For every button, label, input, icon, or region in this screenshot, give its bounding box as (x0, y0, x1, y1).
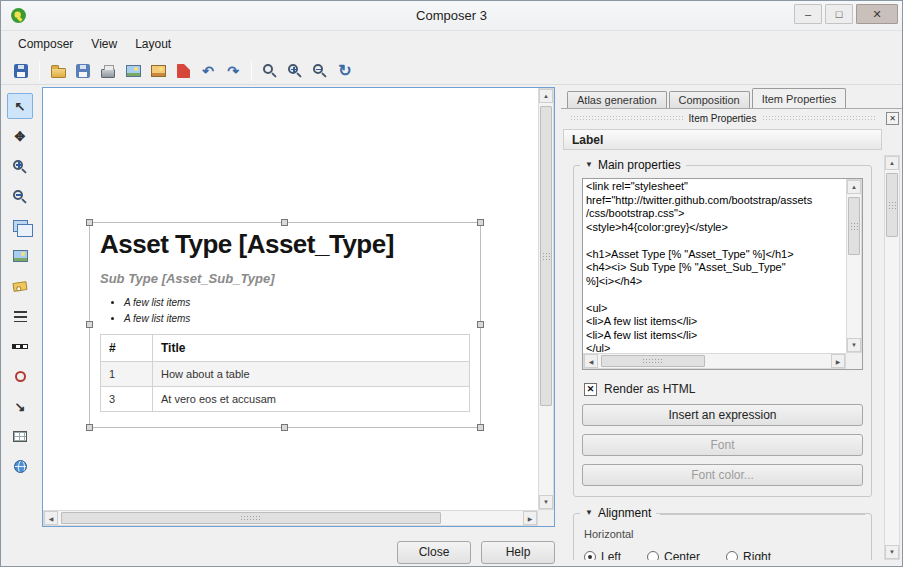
scroll-left-button[interactable]: ◀ (44, 511, 58, 525)
selection-handle[interactable] (86, 321, 93, 328)
radio-left[interactable]: Left (584, 550, 621, 560)
scrollbar-thumb[interactable] (886, 173, 898, 237)
undo-icon: ↶ (202, 64, 214, 78)
tab-atlas-generation[interactable]: Atlas generation (567, 91, 667, 108)
label-table: # Title 1 How about a table 3 At v (100, 334, 470, 412)
insert-expression-button[interactable]: Insert an expression (582, 404, 863, 426)
scroll-up-button[interactable]: ▲ (539, 89, 553, 103)
scroll-down-button[interactable]: ▼ (539, 495, 553, 509)
scrollbar-thumb[interactable] (540, 106, 552, 406)
group-divider (660, 514, 865, 515)
selection-handle[interactable] (477, 219, 484, 226)
save-as-template-button[interactable] (71, 59, 95, 83)
composer-window: Composer 3 – □ ✕ Composer View Layout ↶ … (0, 0, 903, 567)
render-as-html-checkbox[interactable]: ✕ (584, 383, 597, 396)
font-color-button[interactable]: Font color... (582, 464, 863, 486)
zoom-in-tool-button[interactable] (7, 153, 33, 179)
editor-vertical-scrollbar[interactable]: ▲ ▼ (846, 179, 862, 353)
selection-handle[interactable] (477, 424, 484, 431)
font-button[interactable]: Font (582, 434, 863, 456)
selection-handle[interactable] (477, 321, 484, 328)
dock-titlebar[interactable]: Item Properties ✕ (564, 111, 899, 125)
add-new-scalebar-button[interactable] (7, 333, 33, 359)
export-svg-button[interactable] (146, 59, 170, 83)
scrollbar-thumb[interactable] (601, 355, 705, 367)
print-button[interactable] (96, 59, 120, 83)
zoom-in-button[interactable] (283, 59, 307, 83)
move-item-content-button[interactable]: ✥ (7, 123, 33, 149)
load-template-button[interactable] (46, 59, 70, 83)
scrollbar-thumb[interactable] (848, 197, 860, 255)
refresh-icon: ↻ (338, 63, 351, 79)
minimize-button[interactable]: – (794, 4, 822, 24)
add-html-frame-button[interactable] (7, 453, 33, 479)
select-move-item-button[interactable]: ↖ (7, 93, 33, 119)
help-button[interactable]: Help (481, 541, 555, 564)
scroll-up-button[interactable]: ▲ (847, 180, 861, 194)
arrow-icon: ↘ (15, 400, 26, 413)
selection-handle[interactable] (281, 219, 288, 226)
editor-horizontal-scrollbar[interactable]: ◀ ▶ (583, 353, 846, 369)
selection-handle[interactable] (86, 424, 93, 431)
scroll-down-button[interactable]: ▼ (885, 545, 899, 559)
undo-button[interactable]: ↶ (196, 59, 220, 83)
zoom-out-tool-button[interactable] (7, 183, 33, 209)
menu-composer[interactable]: Composer (9, 33, 82, 55)
add-new-map-button[interactable] (7, 213, 33, 239)
canvas-horizontal-scrollbar[interactable]: ◀ ▶ (43, 510, 538, 526)
group-title-label: Alignment (598, 506, 651, 520)
alignment-header[interactable]: ▼ Alignment (580, 506, 656, 520)
dock-close-icon[interactable]: ✕ (886, 112, 899, 125)
add-basic-shape-button[interactable] (7, 363, 33, 389)
main-properties-header[interactable]: ▼ Main properties (580, 158, 686, 172)
zoom-out-button[interactable] (308, 59, 332, 83)
selection-handle[interactable] (281, 424, 288, 431)
composition-canvas: Asset Type [Asset_Type] Sub Type [Asset_… (42, 87, 555, 527)
toolbar-separator (39, 61, 40, 81)
radio-circle-icon (647, 551, 659, 560)
add-attribute-table-button[interactable] (7, 423, 33, 449)
label-item[interactable]: Asset Type [Asset_Type] Sub Type [Asset_… (89, 222, 481, 428)
add-new-legend-button[interactable] (7, 303, 33, 329)
menu-layout[interactable]: Layout (126, 33, 180, 55)
menu-view[interactable]: View (82, 33, 126, 55)
move-icon: ✥ (15, 130, 26, 143)
export-image-button[interactable] (121, 59, 145, 83)
add-image-button[interactable] (7, 243, 33, 269)
close-window-button[interactable]: ✕ (856, 4, 898, 24)
tab-composition[interactable]: Composition (669, 91, 750, 108)
label-source-text[interactable]: <link rel="stylesheet" href="http://twit… (586, 180, 845, 352)
scroll-up-button[interactable]: ▲ (885, 156, 899, 170)
label-text-editor[interactable]: <link rel="stylesheet" href="http://twit… (582, 178, 863, 370)
tab-item-properties[interactable]: Item Properties (752, 88, 847, 108)
save-template-icon (76, 64, 90, 78)
scroll-right-button[interactable]: ▶ (831, 354, 845, 368)
table-row: 1 How about a table (101, 362, 470, 387)
image-icon (13, 250, 28, 262)
add-arrow-button[interactable]: ↘ (7, 393, 33, 419)
scrollbar-thumb[interactable] (61, 512, 441, 524)
radio-center[interactable]: Center (647, 550, 700, 560)
radio-label: Left (601, 550, 621, 560)
add-new-label-button[interactable] (7, 273, 33, 299)
refresh-view-button[interactable]: ↻ (333, 59, 357, 83)
scroll-left-button[interactable]: ◀ (584, 354, 598, 368)
maximize-button[interactable]: □ (825, 4, 853, 24)
export-pdf-button[interactable] (171, 59, 195, 83)
group-title-label: Main properties (598, 158, 681, 172)
canvas-vertical-scrollbar[interactable]: ▲ ▼ (538, 88, 554, 510)
redo-icon: ↷ (227, 64, 239, 78)
scrollbar-corner (538, 510, 554, 526)
zoom-out-icon (13, 190, 23, 200)
panel-vertical-scrollbar[interactable]: ▲ ▼ (884, 155, 900, 560)
redo-button[interactable]: ↷ (221, 59, 245, 83)
selection-handle[interactable] (86, 219, 93, 226)
scroll-down-button[interactable]: ▼ (847, 338, 861, 352)
zoom-full-button[interactable] (258, 59, 282, 83)
save-project-button[interactable] (9, 59, 33, 83)
scroll-right-button[interactable]: ▶ (523, 511, 537, 525)
composer-page[interactable]: Asset Type [Asset_Type] Sub Type [Asset_… (43, 88, 538, 510)
radio-right[interactable]: Right (726, 550, 771, 560)
render-as-html-label[interactable]: Render as HTML (604, 382, 695, 396)
close-button[interactable]: Close (397, 541, 471, 564)
